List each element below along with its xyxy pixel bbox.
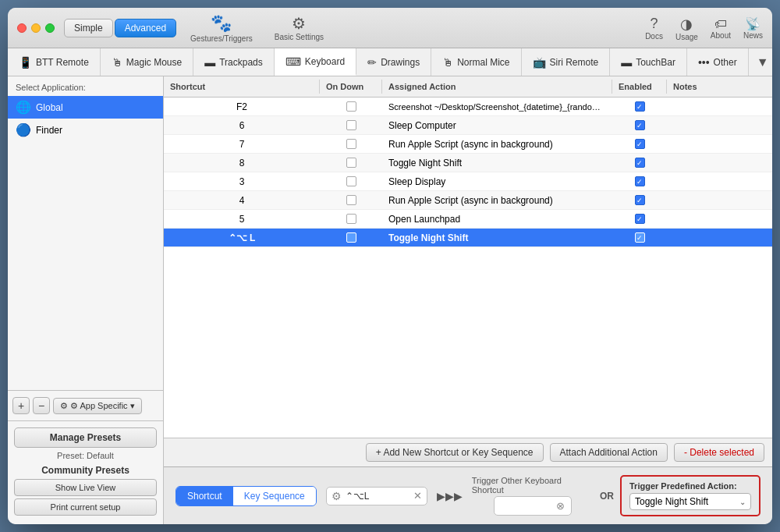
sidebar-presets: Manage Presets Preset: Default Community… xyxy=(8,420,163,524)
ondown-cell[interactable] xyxy=(320,99,382,114)
enabled-cell[interactable]: ✓ xyxy=(612,211,667,226)
enabled-checkbox[interactable]: ✓ xyxy=(635,214,645,224)
maximize-button[interactable] xyxy=(45,23,55,33)
ondown-checkbox[interactable] xyxy=(346,214,356,224)
gestures-triggers-button[interactable]: 🐾 Gestures/Triggers xyxy=(190,13,253,43)
key-sequence-tab[interactable]: Key Sequence xyxy=(233,487,316,505)
print-setup-button[interactable]: Print current setup xyxy=(14,498,157,516)
nav-magic-mouse[interactable]: 🖱 Magic Mouse xyxy=(101,48,193,76)
nav-filter[interactable]: ▼ xyxy=(749,48,772,76)
ondown-checkbox[interactable] xyxy=(346,158,356,168)
predefined-action-select[interactable]: Toggle Night Shift ⌄ xyxy=(629,493,751,510)
notes-cell xyxy=(667,105,772,109)
enabled-cell[interactable]: ✓ xyxy=(612,193,667,207)
enabled-checkbox[interactable]: ✓ xyxy=(635,139,645,149)
notes-cell xyxy=(667,236,772,240)
docs-button[interactable]: ? Docs xyxy=(645,16,663,41)
enabled-cell[interactable]: ✓ xyxy=(612,137,667,151)
notes-cell xyxy=(667,179,772,184)
sidebar-item-finder[interactable]: 🔵 Finder xyxy=(8,119,163,141)
navbar: 📱 BTT Remote 🖱 Magic Mouse ▬ Trackpads ⌨… xyxy=(8,48,772,76)
enabled-checkbox[interactable]: ✓ xyxy=(635,176,645,186)
minimize-button[interactable] xyxy=(31,23,41,33)
titlebar: Simple Advanced 🐾 Gestures/Triggers ⚙ Ba… xyxy=(8,8,772,48)
remove-app-button[interactable]: − xyxy=(33,397,50,414)
table-row[interactable]: 3 Sleep Display ✓ xyxy=(164,172,772,191)
nav-other[interactable]: ••• Other xyxy=(687,48,749,76)
enabled-checkbox[interactable]: ✓ xyxy=(635,101,645,112)
trigger-input[interactable]: ⊗ xyxy=(494,496,572,516)
nav-siri-remote[interactable]: 📺 Siri Remote xyxy=(522,48,611,76)
nav-btt-remote[interactable]: 📱 BTT Remote xyxy=(8,48,101,76)
ondown-checkbox-selected[interactable] xyxy=(346,232,356,243)
table-row[interactable]: 5 Open Launchpad ✓ xyxy=(164,210,772,229)
normal-mouse-icon: 🖱 xyxy=(442,56,453,69)
ondown-cell[interactable] xyxy=(320,174,382,189)
predefined-action-value: Toggle Night Shift xyxy=(635,496,708,507)
advanced-tab[interactable]: Advanced xyxy=(115,19,176,37)
table-row[interactable]: 4 Run Apple Script (async in background)… xyxy=(164,191,772,210)
enabled-cell[interactable]: ✓ xyxy=(612,230,667,245)
ondown-checkbox[interactable] xyxy=(346,195,356,205)
ondown-cell[interactable] xyxy=(320,193,382,207)
right-toolbar: ? Docs ◑ Usage 🏷 About 📡 News xyxy=(645,15,763,41)
trigger-clear-icon[interactable]: ⊗ xyxy=(556,500,565,512)
nav-drawings[interactable]: ✏ Drawings xyxy=(356,48,431,76)
sidebar-item-global[interactable]: 🌐 Global xyxy=(8,96,163,119)
usage-button[interactable]: ◑ Usage xyxy=(675,15,698,41)
shortcut-tab[interactable]: Shortcut xyxy=(176,487,233,505)
action-cell: Toggle Night Shift xyxy=(382,230,612,246)
ondown-cell[interactable] xyxy=(320,230,382,245)
simple-tab[interactable]: Simple xyxy=(64,19,113,37)
action-cell: Sleep Computer xyxy=(382,118,612,133)
nav-touchbar[interactable]: ▬ TouchBar xyxy=(610,48,687,76)
gear-small-icon: ⚙ xyxy=(60,401,68,411)
enabled-checkbox[interactable]: ✓ xyxy=(635,120,645,130)
show-live-view-button[interactable]: Show Live View xyxy=(14,479,157,496)
ondown-checkbox[interactable] xyxy=(346,120,356,130)
enabled-cell[interactable]: ✓ xyxy=(612,174,667,189)
table-row[interactable]: F2 Screenshot ~/Desktop/Screenshot_{date… xyxy=(164,98,772,116)
ondown-checkbox[interactable] xyxy=(346,101,356,112)
add-shortcut-button[interactable]: + Add New Shortcut or Key Sequence xyxy=(366,443,544,462)
table-row[interactable]: 8 Toggle Night Shift ✓ xyxy=(164,154,772,172)
ondown-checkbox[interactable] xyxy=(346,139,356,149)
nav-normal-mice[interactable]: 🖱 Normal Mice xyxy=(431,48,521,76)
enabled-cell[interactable]: ✓ xyxy=(612,99,667,114)
table-row[interactable]: 6 Sleep Computer ✓ xyxy=(164,116,772,135)
clear-shortcut-button[interactable]: ✕ xyxy=(413,490,422,502)
attach-action-button[interactable]: Attach Additional Action xyxy=(550,443,668,462)
basic-settings-button[interactable]: ⚙ Basic Settings xyxy=(275,14,324,41)
add-app-button[interactable]: + xyxy=(12,397,30,414)
table-area: Shortcut On Down Assigned Action Enabled… xyxy=(164,76,772,438)
sidebar-list: 🌐 Global 🔵 Finder xyxy=(8,96,163,390)
close-button[interactable] xyxy=(17,23,27,33)
enabled-cell[interactable]: ✓ xyxy=(612,118,667,133)
app-specific-button[interactable]: ⚙ ⚙ App Specific ▾ xyxy=(53,398,142,414)
enabled-checkbox[interactable]: ✓ xyxy=(635,158,645,168)
main-window: Simple Advanced 🐾 Gestures/Triggers ⚙ Ba… xyxy=(8,8,772,524)
enabled-checkbox-selected[interactable]: ✓ xyxy=(635,232,645,243)
enabled-cell[interactable]: ✓ xyxy=(612,155,667,170)
ondown-checkbox[interactable] xyxy=(346,176,356,186)
global-icon: 🌐 xyxy=(16,100,31,115)
settings-icon[interactable]: ⚙ xyxy=(332,490,342,502)
ondown-cell[interactable] xyxy=(320,211,382,226)
delete-selected-button[interactable]: - Delete selected xyxy=(674,443,764,462)
notes-cell xyxy=(667,217,772,222)
nav-trackpads[interactable]: ▬ Trackpads xyxy=(193,48,275,76)
about-button[interactable]: 🏷 About xyxy=(711,16,731,39)
news-button[interactable]: 📡 News xyxy=(743,16,763,40)
table-row-selected[interactable]: ⌃⌥ L Toggle Night Shift ✓ xyxy=(164,229,772,247)
col-shortcut: Shortcut xyxy=(164,80,320,94)
enabled-checkbox[interactable]: ✓ xyxy=(635,195,645,205)
nav-keyboard[interactable]: ⌨ Keyboard xyxy=(275,48,356,76)
ondown-cell[interactable] xyxy=(320,137,382,151)
table-row[interactable]: 7 Run Apple Script (async in background)… xyxy=(164,135,772,154)
ondown-cell[interactable] xyxy=(320,155,382,170)
manage-presets-button[interactable]: Manage Presets xyxy=(14,427,157,448)
predefined-action-label: Trigger Predefined Action: xyxy=(629,481,751,491)
action-cell: Open Launchpad xyxy=(382,211,612,227)
filter-icon: ▼ xyxy=(757,55,769,69)
ondown-cell[interactable] xyxy=(320,118,382,133)
